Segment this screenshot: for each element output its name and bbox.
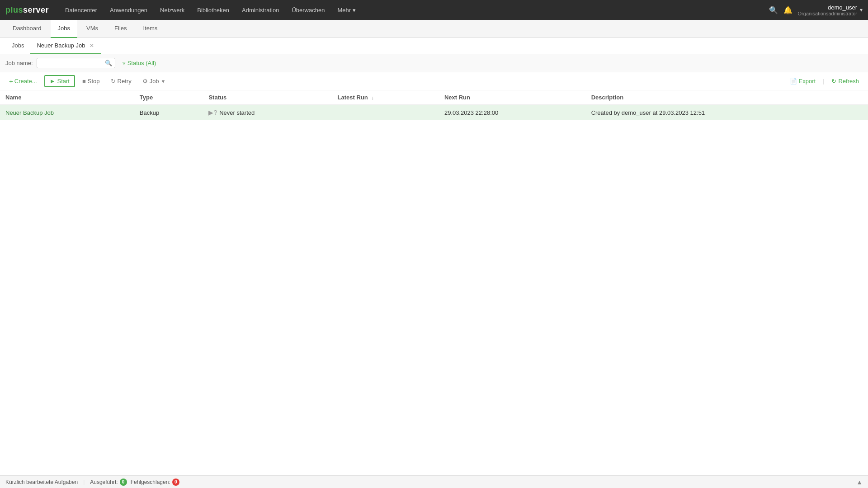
tabs-bar: Jobs Neuer Backup Job ✕ <box>0 38 868 54</box>
job-name-label: Job name: <box>5 60 33 66</box>
nav-right: 🔍 🔔 demo_user Organisationsadministrator… <box>769 4 863 16</box>
main-content: Jobs Neuer Backup Job ✕ Job name: 🔍 ▿ St… <box>0 38 868 472</box>
refresh-icon: ↻ <box>831 78 836 84</box>
failed-label: Fehlgeschlagen: 0 <box>131 479 179 486</box>
status-never-started-icon: ▶? <box>208 109 217 116</box>
row-type: Backup <box>134 105 203 120</box>
table-row[interactable]: Neuer Backup Job Backup ▶? Never started <box>0 105 868 120</box>
gear-icon: ⚙ <box>142 78 148 84</box>
jobs-table-container: Name Type Status Latest Run ↓ Next Run <box>0 90 868 472</box>
status-filter[interactable]: ▿ Status (All) <box>119 58 160 68</box>
app-logo[interactable]: plusserver <box>5 5 49 15</box>
executed-count-badge: 0 <box>120 479 127 486</box>
job-button[interactable]: ⚙ Job ▼ <box>139 76 170 86</box>
toolbar: + Create... ► Start ■ Stop ↻ Retry ⚙ Job… <box>0 72 868 90</box>
search-input-icon[interactable]: 🔍 <box>105 60 112 66</box>
col-name: Name <box>0 90 134 105</box>
user-chevron-icon: ▾ <box>860 7 863 13</box>
secnav-vms[interactable]: VMs <box>79 20 105 38</box>
filter-bar: Job name: 🔍 ▿ Status (All) <box>0 54 868 72</box>
start-button[interactable]: ► Start <box>44 75 75 87</box>
col-latest-run[interactable]: Latest Run ↓ <box>332 90 439 105</box>
nav-item-libraries[interactable]: Bibliotheken <box>192 4 235 16</box>
col-status: Status <box>203 90 332 105</box>
chevron-down-icon: ▾ <box>353 7 356 14</box>
row-description: Created by demo_user at 29.03.2023 12:51 <box>586 105 868 120</box>
tab-neuer-backup-job[interactable]: Neuer Backup Job ✕ <box>30 38 101 54</box>
job-name-input[interactable] <box>40 60 103 66</box>
row-status: ▶? Never started <box>203 105 332 120</box>
nav-item-datacenter[interactable]: Datencenter <box>60 4 103 16</box>
plus-icon: + <box>9 77 13 85</box>
secnav-dashboard[interactable]: Dashboard <box>5 20 49 38</box>
recently-edited-label: Kürzlich bearbeitete Aufgaben <box>5 479 78 485</box>
status-bar: Kürzlich bearbeitete Aufgaben | Ausgefüh… <box>0 475 868 488</box>
user-menu[interactable]: demo_user Organisationsadministrator ▾ <box>798 4 863 16</box>
filter-icon: ▿ <box>123 60 126 66</box>
job-name-input-wrap: 🔍 <box>37 58 115 68</box>
jobs-table: Name Type Status Latest Run ↓ Next Run <box>0 90 868 120</box>
status-separator-1: | <box>83 479 85 485</box>
close-tab-icon[interactable]: ✕ <box>89 42 95 49</box>
alert-icon[interactable]: 🔔 <box>783 6 793 14</box>
failed-count-badge: 0 <box>172 479 179 486</box>
row-name[interactable]: Neuer Backup Job <box>0 105 134 120</box>
toolbar-right: 📄 Export | ↻ Refresh <box>786 76 863 86</box>
row-next-run: 29.03.2023 22:28:00 <box>439 105 586 120</box>
search-icon[interactable]: 🔍 <box>769 6 778 14</box>
secnav-items[interactable]: Items <box>136 20 165 38</box>
col-type: Type <box>134 90 203 105</box>
nav-item-network[interactable]: Netzwerk <box>155 4 190 16</box>
toolbar-divider: | <box>823 78 824 84</box>
export-icon: 📄 <box>790 78 797 84</box>
top-navigation: plusserver Datencenter Anwendungen Netzw… <box>0 0 868 20</box>
nav-item-monitor[interactable]: Überwachen <box>286 4 330 16</box>
nav-item-applications[interactable]: Anwendungen <box>104 4 153 16</box>
refresh-button[interactable]: ↻ Refresh <box>828 76 863 86</box>
secnav-files[interactable]: Files <box>107 20 134 38</box>
executed-label: Ausgeführt: 0 <box>90 479 127 486</box>
secondary-navigation: Dashboard Jobs VMs Files Items <box>0 20 868 38</box>
status-bar-right: ▲ <box>856 479 863 486</box>
col-description: Description <box>586 90 868 105</box>
nav-items: Datencenter Anwendungen Netzwerk Bibliot… <box>60 4 769 16</box>
create-button[interactable]: + Create... <box>5 75 41 87</box>
status-bar-expand-icon[interactable]: ▲ <box>856 479 863 486</box>
tab-jobs[interactable]: Jobs <box>5 38 30 54</box>
sort-icon: ↓ <box>371 95 374 100</box>
row-latest-run <box>332 105 439 120</box>
export-button[interactable]: 📄 Export <box>786 76 820 86</box>
stop-button[interactable]: ■ Stop <box>79 76 104 86</box>
secnav-jobs[interactable]: Jobs <box>51 20 77 38</box>
stop-icon: ■ <box>82 78 86 84</box>
col-next-run: Next Run <box>439 90 586 105</box>
play-icon: ► <box>50 78 56 84</box>
job-chevron-icon: ▼ <box>161 79 166 84</box>
nav-item-administration[interactable]: Administration <box>236 4 284 16</box>
retry-icon: ↻ <box>111 78 116 84</box>
table-header-row: Name Type Status Latest Run ↓ Next Run <box>0 90 868 105</box>
nav-item-more[interactable]: Mehr ▾ <box>332 4 361 16</box>
retry-button[interactable]: ↻ Retry <box>107 76 135 86</box>
